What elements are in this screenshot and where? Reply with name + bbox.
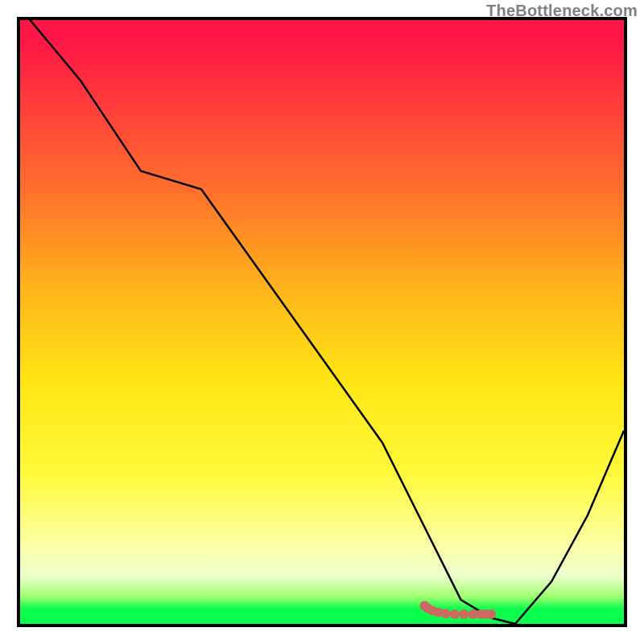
svg-point-6 bbox=[459, 609, 469, 619]
svg-point-4 bbox=[441, 609, 451, 618]
chart-container: TheBottleneck.com bbox=[0, 0, 644, 644]
svg-point-10 bbox=[486, 609, 496, 619]
bottleneck-curve bbox=[20, 20, 624, 624]
highlight-dots bbox=[420, 601, 497, 620]
curve-layer bbox=[20, 20, 624, 624]
svg-point-5 bbox=[450, 609, 460, 619]
plot-area bbox=[17, 17, 627, 627]
